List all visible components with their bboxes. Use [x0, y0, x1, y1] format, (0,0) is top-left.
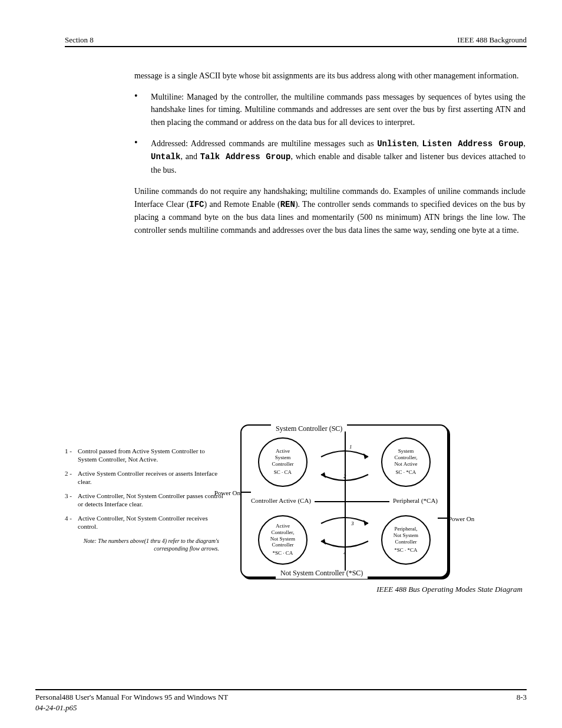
header-rule: [65, 46, 527, 47]
power-on-right: Power On: [448, 514, 486, 524]
after-bullets-paragraph: Uniline commands do not require any hand…: [134, 185, 525, 237]
header-left: Section 8: [65, 35, 94, 45]
power-on-left: Power On: [203, 488, 240, 498]
state-system-controller-not-active: SystemController,Not ActiveSC · *CA: [381, 437, 431, 487]
bullet-dot: •: [134, 137, 151, 177]
state-peripheral-not-system: Peripheral,Not SystemController*SC · *CA: [381, 515, 431, 565]
label-mid-left: Controller Active (CA): [247, 496, 315, 506]
figure-caption: IEEE 488 Bus Operating Modes State Diagr…: [340, 584, 558, 595]
footer-right: 8-3: [517, 693, 527, 702]
figure-legend: 1 -Control passed from Active System Con…: [65, 447, 224, 553]
label-mid-right: Peripheral (*CA): [389, 496, 441, 506]
bullet-multiline-text: Multiline: Managed by the controller, th…: [151, 91, 525, 129]
header-right: IEEE 488 Background: [457, 35, 527, 45]
label-sc-bot: Not System Controller (*SC): [276, 568, 368, 579]
figure-note: Note: The numbers above(1 thru 4) refer …: [65, 538, 224, 553]
arrow-label-2: 2: [343, 473, 346, 481]
arrow-label-1: 1: [349, 443, 352, 452]
footer-left: Personal488 User's Manual For Windows 95…: [35, 693, 228, 702]
bullet-dot: •: [134, 91, 151, 129]
bullet-multiline: • Multiline: Managed by the controller, …: [134, 91, 525, 129]
state-active-controller-not-system: ActiveController,Not SystemController*SC…: [258, 515, 308, 565]
arrow-label-3: 3: [351, 520, 354, 528]
manual-number: 04-24-01.p65: [35, 703, 77, 713]
label-sc-top: System Controller (SC): [271, 423, 347, 434]
arrow-pair-bottom: [318, 515, 371, 554]
bullet-addressed: • Addressed: Addressed commands are mult…: [134, 137, 525, 177]
intro-paragraph: message is a single ASCII byte whose bit…: [134, 70, 525, 83]
bullet-addressed-text: Addressed: Addressed commands are multil…: [151, 137, 525, 177]
figure: 1 -Control passed from Active System Con…: [134, 424, 525, 613]
state-diagram: System Controller (SC) Not System Contro…: [240, 424, 448, 578]
arrow-label-4: 4: [343, 549, 346, 558]
footer-rule: [35, 689, 527, 690]
body-content: message is a single ASCII byte whose bit…: [35, 70, 527, 613]
state-active-system-controller: ActiveSystemControllerSC · CA: [258, 437, 308, 487]
